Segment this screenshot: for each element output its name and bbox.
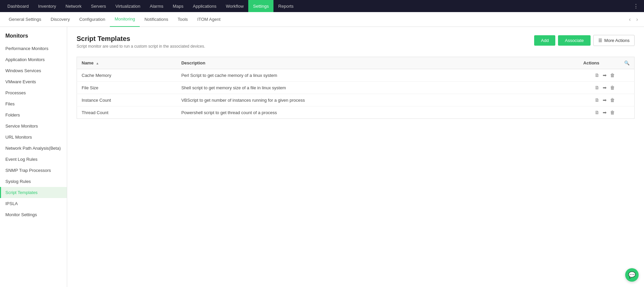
subnav-discovery[interactable]: Discovery — [46, 12, 75, 27]
table-row: Cache MemoryPerl Script to get cache mem… — [77, 69, 635, 82]
forward-icon[interactable]: ➡ — [603, 85, 607, 90]
cell-empty — [619, 106, 635, 119]
nav-item-network[interactable]: Network — [61, 0, 86, 12]
copy-icon[interactable]: 🗎 — [595, 97, 599, 103]
subnav-general-settings[interactable]: General Settings — [4, 12, 46, 27]
sidebar-title: Monitors — [0, 27, 67, 43]
delete-icon[interactable]: 🗑 — [610, 110, 615, 115]
column-actions: Actions — [515, 57, 619, 69]
sidebar-item-syslog-rules[interactable]: Syslog Rules — [0, 176, 67, 187]
cell-name: Instance Count — [77, 94, 177, 106]
cell-actions: 🗎 ➡ 🗑 — [515, 69, 619, 82]
subnav-configuration[interactable]: Configuration — [75, 12, 110, 27]
column-name-label: Name — [82, 60, 93, 65]
cell-description: Powershell script to get thread count of… — [177, 106, 515, 119]
cell-actions: 🗎 ➡ 🗑 — [515, 82, 619, 94]
copy-icon[interactable]: 🗎 — [595, 85, 599, 90]
sidebar-item-event-log-rules[interactable]: Event Log Rules — [0, 154, 67, 165]
script-templates-table: Name ▲ Description Actions 🔍 Cache Memor… — [77, 57, 635, 119]
sidebar-item-folders[interactable]: Folders — [0, 109, 67, 121]
main-content: Script Templates Script monitor are used… — [67, 27, 644, 287]
table-row: Instance CountVBScript to get number of … — [77, 94, 635, 106]
sub-nav-right-arrow[interactable]: › — [634, 16, 640, 23]
sidebar-item-windows-services[interactable]: Windows Services — [0, 65, 67, 76]
cell-description: Perl Script to get cache memory of a lin… — [177, 69, 515, 82]
cell-actions: 🗎 ➡ 🗑 — [515, 94, 619, 106]
cell-description: VBScript to get number of instances runn… — [177, 94, 515, 106]
forward-icon[interactable]: ➡ — [603, 73, 607, 78]
table-row: File SizeShell script to get memory size… — [77, 82, 635, 94]
table-row: Thread CountPowershell script to get thr… — [77, 106, 635, 119]
cell-empty — [619, 69, 635, 82]
sort-icon[interactable]: ▲ — [96, 61, 99, 65]
cell-empty — [619, 94, 635, 106]
delete-icon[interactable]: 🗑 — [610, 97, 615, 103]
column-description: Description — [177, 57, 515, 69]
page-title: Script Templates — [77, 35, 205, 43]
sidebar-item-ipsla[interactable]: IPSLA — [0, 198, 67, 209]
cell-name: Cache Memory — [77, 69, 177, 82]
forward-icon[interactable]: ➡ — [603, 97, 607, 103]
cell-description: Shell script to get memory size of a fil… — [177, 82, 515, 94]
nav-item-dashboard[interactable]: Dashboard — [3, 0, 34, 12]
nav-item-alarms[interactable]: Alarms — [145, 0, 168, 12]
sidebar-item-vmware-events[interactable]: VMware Events — [0, 76, 67, 87]
sidebar-item-performance-monitors[interactable]: Performance Monitors — [0, 43, 67, 54]
cell-empty — [619, 82, 635, 94]
sidebar: Monitors Performance Monitors Applicatio… — [0, 27, 67, 287]
toolbar: Add Associate ☰ More Actions — [534, 35, 635, 46]
search-icon[interactable]: 🔍 — [624, 60, 630, 65]
column-search: 🔍 — [619, 57, 635, 69]
cell-name: File Size — [77, 82, 177, 94]
sub-nav: General Settings Discovery Configuration… — [0, 12, 644, 27]
more-actions-label: More Actions — [604, 38, 630, 43]
subnav-tools[interactable]: Tools — [173, 12, 192, 27]
nav-item-settings[interactable]: Settings — [248, 0, 273, 12]
page-header-text: Script Templates Script monitor are used… — [77, 35, 205, 55]
sidebar-item-processes[interactable]: Processes — [0, 87, 67, 98]
nav-item-maps[interactable]: Maps — [168, 0, 188, 12]
nav-item-reports[interactable]: Reports — [273, 0, 298, 12]
sidebar-item-service-monitors[interactable]: Service Monitors — [0, 121, 67, 132]
cell-actions: 🗎 ➡ 🗑 — [515, 106, 619, 119]
nav-item-inventory[interactable]: Inventory — [34, 0, 61, 12]
add-button[interactable]: Add — [534, 35, 555, 46]
nav-item-applications[interactable]: Applications — [188, 0, 221, 12]
nav-item-workflow[interactable]: Workflow — [221, 0, 248, 12]
delete-icon[interactable]: 🗑 — [610, 85, 615, 90]
sidebar-item-script-templates[interactable]: Script Templates — [0, 187, 67, 198]
sidebar-item-monitor-settings[interactable]: Monitor Settings — [0, 209, 67, 220]
chat-bubble[interactable]: 💬 — [625, 268, 639, 282]
table-header-row: Name ▲ Description Actions 🔍 — [77, 57, 635, 69]
sidebar-item-files[interactable]: Files — [0, 98, 67, 109]
chat-icon: 💬 — [628, 271, 636, 279]
layout: Monitors Performance Monitors Applicatio… — [0, 27, 644, 287]
sidebar-item-url-monitors[interactable]: URL Monitors — [0, 132, 67, 143]
associate-button[interactable]: Associate — [558, 35, 590, 46]
forward-icon[interactable]: ➡ — [603, 110, 607, 115]
cell-name: Thread Count — [77, 106, 177, 119]
top-nav-more-icon[interactable]: ⋮ — [631, 3, 641, 9]
sidebar-item-snmp-trap[interactable]: SNMP Trap Processors — [0, 165, 67, 176]
nav-item-virtualization[interactable]: Virtualization — [111, 0, 145, 12]
delete-icon[interactable]: 🗑 — [610, 73, 615, 78]
sub-nav-left-arrow[interactable]: ‹ — [627, 16, 633, 23]
subnav-itom-agent[interactable]: ITOM Agent — [192, 12, 225, 27]
top-nav: Dashboard Inventory Network Servers Virt… — [0, 0, 644, 12]
copy-icon[interactable]: 🗎 — [595, 73, 599, 78]
nav-item-servers[interactable]: Servers — [86, 0, 111, 12]
more-actions-icon: ☰ — [598, 38, 602, 43]
sub-nav-arrows: ‹ › — [627, 16, 640, 23]
column-name: Name ▲ — [77, 57, 177, 69]
subnav-notifications[interactable]: Notifications — [140, 12, 173, 27]
page-header-row: Script Templates Script monitor are used… — [77, 35, 635, 55]
sidebar-item-network-path[interactable]: Network Path Analysis(Beta) — [0, 143, 67, 154]
subnav-monitoring[interactable]: Monitoring — [110, 12, 140, 27]
sidebar-item-application-monitors[interactable]: Application Monitors — [0, 54, 67, 65]
copy-icon[interactable]: 🗎 — [595, 110, 599, 115]
page-subtitle: Script monitor are used to run a custom … — [77, 44, 205, 49]
more-actions-button[interactable]: ☰ More Actions — [593, 35, 635, 46]
